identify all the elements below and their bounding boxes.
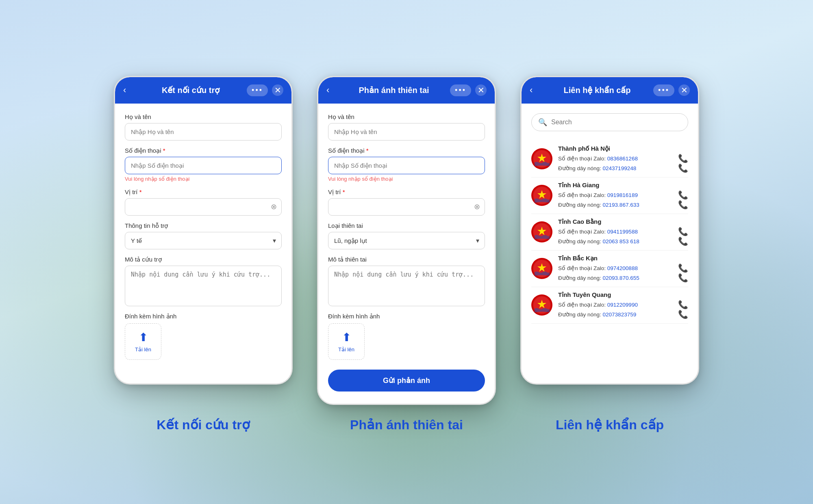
label-name-2: Họ và tên [328, 113, 485, 121]
label-location-2: Vị trí * [328, 188, 485, 196]
upload-icon-1: ⬆ [139, 331, 148, 344]
textarea-desc-1[interactable] [125, 266, 282, 306]
contact-info: Tỉnh Bắc Kạn Số điện thoại Zalo: 0974200… [558, 255, 688, 283]
textarea-desc-2[interactable] [328, 266, 485, 306]
label-desc-2: Mô tả thiên tai [328, 256, 485, 263]
contact-hotline-label: Đường dây nóng: 02437199248 [558, 165, 636, 171]
header-actions-3: ••• ✕ [653, 84, 690, 96]
contact-list: Thành phố Hà Nội Số điện thoại Zalo: 083… [531, 141, 688, 324]
back-button-1[interactable]: ‹ [123, 85, 135, 95]
labels-row: Kết nối cứu trợ Phản ánh thiên tai Liên … [89, 413, 724, 445]
contact-zalo-line: Số điện thoại Zalo: 0941199588 📞 [558, 227, 688, 236]
call-zalo-icon[interactable]: 📞 [678, 227, 688, 236]
call-hotline-icon[interactable]: 📞 [678, 309, 688, 319]
contact-item: Thành phố Hà Nội Số điện thoại Zalo: 083… [531, 141, 688, 177]
contact-zalo-label: Số điện thoại Zalo: 0919816189 [558, 192, 638, 198]
form-group-desc-1: Mô tả cứu trợ [125, 256, 282, 306]
call-hotline-icon[interactable]: 📞 [678, 273, 688, 283]
contact-info: Tỉnh Tuyên Quang Số điện thoại Zalo: 091… [558, 291, 688, 319]
contact-zalo-line: Số điện thoại Zalo: 0836861268 📞 [558, 154, 688, 163]
phone-body-1: Họ và tên Số điện thoại * Vui lòng nhập … [115, 104, 291, 383]
search-bar: 🔍 [531, 113, 688, 131]
contact-zalo-line: Số điện thoại Zalo: 0912209990 📞 [558, 300, 688, 309]
input-phone-2[interactable] [328, 157, 485, 174]
upload-btn-1[interactable]: ⬆ Tải lên [125, 323, 161, 360]
phone-title-1: Kết nối cứu trợ [135, 85, 247, 95]
form-group-desc-2: Mô tả thiên tai [328, 256, 485, 306]
call-hotline-icon[interactable]: 📞 [678, 200, 688, 210]
phone-title-2: Phản ánh thiên tai [338, 85, 450, 95]
main-container: ‹ Kết nối cứu trợ ••• ✕ Họ và tên Số điệ… [0, 60, 813, 445]
phone-body-3: 🔍 Thành phố Hà Nội Số điện thoại Zalo: 0… [522, 104, 698, 383]
close-button-3[interactable]: ✕ [678, 84, 690, 96]
call-zalo-icon[interactable]: 📞 [678, 300, 688, 309]
phone-body-2: Họ và tên Số điện thoại * Vui lòng nhập … [318, 104, 495, 404]
back-button-3[interactable]: ‹ [530, 85, 541, 95]
contact-hotline-line: Đường dây nóng: 02437199248 📞 [558, 163, 688, 173]
contact-name: Tỉnh Bắc Kạn [558, 255, 688, 262]
form-group-support-1: Thông tin hỗ trợ Y tế ▾ [125, 222, 282, 249]
clear-location-1[interactable]: ⊗ [271, 202, 277, 211]
upload-btn-2[interactable]: ⬆ Tải lên [328, 323, 365, 360]
clear-location-2[interactable]: ⊗ [474, 202, 480, 211]
call-zalo-icon[interactable]: 📞 [678, 154, 688, 163]
close-button-2[interactable]: ✕ [475, 84, 487, 96]
phone-header-3: ‹ Liên hệ khẩn cấp ••• ✕ [522, 77, 698, 104]
select-wrapper-2: Lũ, ngập lụt ▾ [328, 232, 485, 249]
form-group-location-1: Vị trí * ⊗ [125, 188, 282, 216]
label-support-1: Thông tin hỗ trợ [125, 222, 282, 229]
location-wrapper-2: ⊗ [328, 198, 485, 216]
dots-button-2[interactable]: ••• [450, 84, 471, 96]
contact-item: Tỉnh Hà Giang Số điện thoại Zalo: 091981… [531, 177, 688, 214]
contact-hotline-label: Đường dây nóng: 02063 853 618 [558, 238, 639, 244]
contact-info: Tỉnh Hà Giang Số điện thoại Zalo: 091981… [558, 182, 688, 210]
contact-item: Tỉnh Cao Bằng Số điện thoại Zalo: 094119… [531, 214, 688, 251]
back-button-2[interactable]: ‹ [326, 85, 338, 95]
search-input[interactable] [551, 119, 681, 126]
label-ket-noi: Kết nối cứu trợ [114, 417, 293, 433]
input-name-1[interactable] [125, 123, 282, 141]
dots-button-1[interactable]: ••• [247, 84, 268, 96]
contact-hotline-line: Đường dây nóng: 02073823759 📞 [558, 309, 688, 319]
call-hotline-icon[interactable]: 📞 [678, 236, 688, 246]
contact-hotline-line: Đường dây nóng: 02093.870.655 📞 [558, 273, 688, 283]
phone-phan-anh-thien-tai: ‹ Phản ánh thiên tai ••• ✕ Họ và tên Số … [317, 76, 496, 405]
input-location-2[interactable] [328, 198, 485, 216]
phone-title-3: Liên hệ khẩn cấp [541, 85, 653, 95]
contact-item: Tỉnh Tuyên Quang Số điện thoại Zalo: 091… [531, 287, 688, 324]
contact-zalo-label: Số điện thoại Zalo: 0912209990 [558, 301, 638, 308]
form-group-location-2: Vị trí * ⊗ [328, 188, 485, 216]
select-support-1[interactable]: Y tế [125, 232, 282, 249]
submit-btn-2[interactable]: Gửi phản ánh [328, 370, 485, 392]
label-name-1: Họ và tên [125, 113, 282, 121]
phone-header-2: ‹ Phản ánh thiên tai ••• ✕ [318, 77, 495, 104]
call-hotline-icon[interactable]: 📞 [678, 163, 688, 173]
error-phone-1: Vui lòng nhập số điện thoại [125, 176, 282, 182]
contact-avatar [531, 294, 552, 316]
attachment-label-2: Đính kèm hình ảnh [328, 313, 485, 320]
label-location-1: Vị trí * [125, 188, 282, 196]
contact-name: Tỉnh Cao Bằng [558, 218, 688, 225]
search-icon: 🔍 [538, 118, 547, 127]
select-disaster-2[interactable]: Lũ, ngập lụt [328, 232, 485, 249]
attachment-label-1: Đính kèm hình ảnh [125, 313, 282, 320]
contact-info: Tỉnh Cao Bằng Số điện thoại Zalo: 094119… [558, 218, 688, 246]
label-phone-2: Số điện thoại * [328, 147, 485, 154]
contact-info: Thành phố Hà Nội Số điện thoại Zalo: 083… [558, 145, 688, 173]
input-location-1[interactable] [125, 198, 282, 216]
close-button-1[interactable]: ✕ [272, 84, 283, 96]
contact-hotline-label: Đường dây nóng: 02073823759 [558, 311, 636, 318]
contact-zalo-line: Số điện thoại Zalo: 0919816189 📞 [558, 190, 688, 200]
label-disaster-2: Loại thiên tai [328, 222, 485, 229]
contact-name: Tỉnh Tuyên Quang [558, 291, 688, 299]
dots-button-3[interactable]: ••• [653, 84, 674, 96]
call-zalo-icon[interactable]: 📞 [678, 190, 688, 200]
header-actions-1: ••• ✕ [247, 84, 283, 96]
input-name-2[interactable] [328, 123, 485, 141]
contact-hotline-label: Đường dây nóng: 02193.867.633 [558, 201, 639, 208]
input-phone-1[interactable] [125, 157, 282, 174]
call-zalo-icon[interactable]: 📞 [678, 263, 688, 273]
form-group-name-1: Họ và tên [125, 113, 282, 141]
contact-name: Thành phố Hà Nội [558, 145, 688, 152]
select-wrapper-1: Y tế ▾ [125, 232, 282, 249]
